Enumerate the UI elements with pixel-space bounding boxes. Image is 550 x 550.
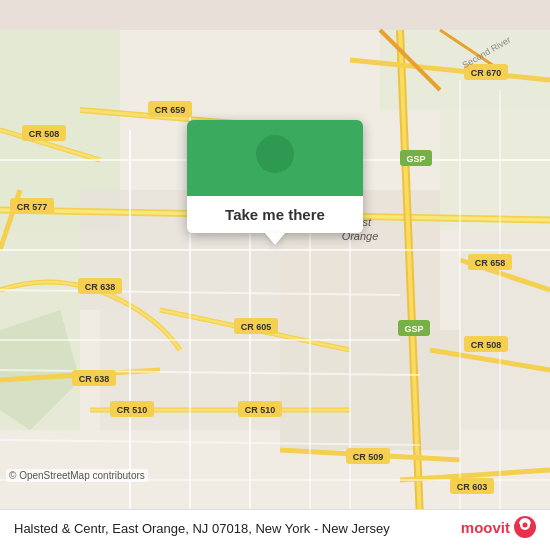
bottom-bar: Halsted & Centr, East Orange, NJ 07018, … — [0, 509, 550, 550]
moovit-marker-icon — [514, 516, 536, 538]
moovit-wordmark: moovit — [461, 519, 510, 536]
svg-text:CR 603: CR 603 — [457, 482, 488, 492]
map-background: CR 659 CR 508 CR 577 CR 638 CR 638 CR 60… — [0, 0, 550, 550]
location-info: Halsted & Centr, East Orange, NJ 07018, … — [14, 520, 536, 538]
svg-text:CR 638: CR 638 — [79, 374, 110, 384]
location-main-text: Halsted & Centr, East Orange, NJ 07018 — [14, 521, 248, 536]
popup-box: Take me there — [187, 120, 363, 233]
svg-text:GSP: GSP — [406, 154, 425, 164]
svg-text:CR 510: CR 510 — [245, 405, 276, 415]
svg-text:CR 670: CR 670 — [471, 68, 502, 78]
location-region: New York - New Jersey — [255, 521, 389, 536]
svg-text:CR 508: CR 508 — [29, 129, 60, 139]
svg-text:CR 508: CR 508 — [471, 340, 502, 350]
osm-attribution: © OpenStreetMap contributors — [6, 469, 148, 482]
svg-text:CR 638: CR 638 — [85, 282, 116, 292]
location-pin-icon — [253, 134, 297, 186]
take-me-there-button[interactable]: Take me there — [187, 196, 363, 233]
svg-text:CR 577: CR 577 — [17, 202, 48, 212]
svg-text:CR 659: CR 659 — [155, 105, 186, 115]
svg-text:CR 605: CR 605 — [241, 322, 272, 332]
popup-pin-area — [187, 120, 363, 196]
svg-text:CR 658: CR 658 — [475, 258, 506, 268]
svg-text:GSP: GSP — [404, 324, 423, 334]
location-address: Halsted & Centr, East Orange, NJ 07018, … — [14, 521, 390, 536]
svg-text:CR 510: CR 510 — [117, 405, 148, 415]
moovit-logo: moovit — [461, 516, 536, 538]
svg-rect-5 — [440, 110, 550, 230]
map-container: CR 659 CR 508 CR 577 CR 638 CR 638 CR 60… — [0, 0, 550, 550]
map-popup: Take me there — [187, 120, 363, 245]
svg-point-82 — [270, 149, 280, 159]
svg-text:CR 509: CR 509 — [353, 452, 384, 462]
attribution-text: © OpenStreetMap contributors — [9, 470, 145, 481]
svg-point-85 — [523, 523, 528, 528]
popup-tail — [265, 233, 285, 245]
